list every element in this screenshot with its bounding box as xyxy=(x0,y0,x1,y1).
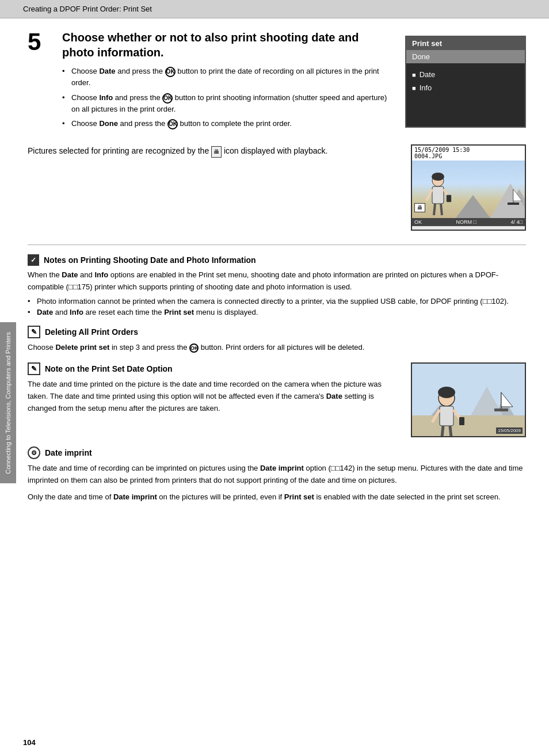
pencil-icon-2: ✎ xyxy=(28,362,40,375)
bullet-info: Choose Info and press the OK button to p… xyxy=(62,92,394,115)
step-bullets: Choose Date and press the OK button to p… xyxy=(62,66,394,129)
svg-line-12 xyxy=(434,204,435,215)
print-set-bold: Print set xyxy=(164,308,194,316)
header-title: Creating a DPOF Print Order: Print Set xyxy=(23,5,152,13)
date-bold-2: Date xyxy=(37,308,53,316)
ok-button-icon-2: OK xyxy=(162,93,173,104)
note-print-set-date-section: ✎ Note on the Print Set Date Option The … xyxy=(28,362,526,437)
note-bullet-usb: Photo information cannot be printed when… xyxy=(28,297,526,306)
bullet-info-bold: Info xyxy=(99,93,113,102)
playback-image-box: 15/05/2009 15:300004.JPG xyxy=(411,144,526,231)
page-number: 104 xyxy=(23,738,36,747)
step-number: 5 xyxy=(28,30,51,54)
step-content: Choose whether or not to also print shoo… xyxy=(62,30,394,133)
camera-menu-date: ■ Date xyxy=(406,68,525,81)
playback-counter: 4/ 4□ xyxy=(511,219,523,225)
date-imprint-bold: Date imprint xyxy=(260,464,304,472)
note-print-set-date-title: ✎ Note on the Print Set Date Option xyxy=(28,362,399,375)
camera-menu-info-label: Info xyxy=(420,83,432,92)
bullet-done: Choose Done and press the OK button to c… xyxy=(62,118,394,129)
step-section: 5 Choose whether or not to also print sh… xyxy=(28,30,526,133)
date-imprint-bold-2: Date imprint xyxy=(113,492,157,501)
note-shooting-date-bullets: Photo information cannot be printed when… xyxy=(28,297,526,316)
gear-icon: ⚙ xyxy=(28,446,40,459)
camera-menu-info: ■ Info xyxy=(406,81,525,94)
bullet-date: Choose Date and press the OK button to p… xyxy=(62,66,394,89)
note-shooting-date-title-text: Notes on Printing Shooting Date and Phot… xyxy=(44,255,256,265)
date-imprint-title-text: Date imprint xyxy=(45,448,92,457)
svg-point-7 xyxy=(432,173,444,181)
svg-rect-29 xyxy=(494,408,508,411)
playback-image-header: 15/05/2009 15:300004.JPG xyxy=(412,146,525,161)
date-watermark: 15/05/2009 xyxy=(496,427,523,434)
print-overlay-icon: 🖶 xyxy=(414,203,425,212)
note-bullet-reset: Date and Info are reset each time the Pr… xyxy=(28,308,526,316)
note-deleting: ✎ Deleting All Print Orders Choose Delet… xyxy=(28,326,526,354)
bullet-done-bold: Done xyxy=(99,119,118,128)
note-print-set-date-title-text: Note on the Print Set Date Option xyxy=(45,364,173,373)
note-icon-checkmark: ✓ xyxy=(28,254,39,266)
note-print-set-date-text: ✎ Note on the Print Set Date Option The … xyxy=(28,362,399,437)
ok-button-icon-1: OK xyxy=(165,67,176,77)
note-deleting-title-text: Deleting All Print Orders xyxy=(45,327,138,337)
pencil-icon: ✎ xyxy=(28,326,40,338)
note-print-set-date-body: The date and time printed on the picture… xyxy=(28,379,399,414)
svg-rect-18 xyxy=(412,415,526,437)
svg-line-26 xyxy=(450,426,451,437)
person-figure xyxy=(424,172,458,218)
date-imprint-body-2: Only the date and time of Date imprint o… xyxy=(28,491,526,503)
camera-menu-date-label: Date xyxy=(420,70,435,79)
bottom-image-box: 15/05/2009 xyxy=(411,362,526,437)
page-container: Creating a DPOF Print Order: Print Set C… xyxy=(0,0,549,756)
playback-text: Pictures selected for printing are recog… xyxy=(28,144,399,158)
print-set-bold-2: Print set xyxy=(284,492,314,501)
camera-ui: Print set Done ■ Date ■ Info xyxy=(405,36,526,128)
svg-point-20 xyxy=(438,387,455,398)
section-divider-1 xyxy=(28,245,526,245)
check-icon-info: ■ xyxy=(412,85,416,91)
mountain-svg xyxy=(456,172,525,218)
header-bar: Creating a DPOF Print Order: Print Set xyxy=(0,0,549,18)
playback-section: Pictures selected for printing are recog… xyxy=(28,144,526,231)
date-bold-3: Date xyxy=(326,392,342,400)
svg-line-25 xyxy=(442,426,443,437)
ok-icon-delete: OK xyxy=(189,343,199,353)
svg-rect-5 xyxy=(508,203,519,205)
date-imprint-section: ⚙ Date imprint The date and time of reco… xyxy=(28,446,526,503)
date-bold-1: Date xyxy=(62,270,78,279)
delete-print-set-bold: Delete print set xyxy=(55,343,109,352)
camera-menu-title: Print set xyxy=(406,37,525,50)
svg-line-9 xyxy=(426,189,432,201)
bottom-mountain-svg xyxy=(412,364,526,437)
step-title: Choose whether or not to also print shoo… xyxy=(62,30,394,60)
note-deleting-body: Choose Delete print set in step 3 and pr… xyxy=(28,342,526,354)
playback-footer: OK NORM □ 4/ 4□ xyxy=(412,218,525,226)
bullet-date-bold: Date xyxy=(99,67,115,75)
camera-menu-done: Done xyxy=(406,50,525,63)
playback-norm-label: NORM □ xyxy=(456,219,476,225)
main-content: 5 Choose whether or not to also print sh… xyxy=(0,18,549,524)
svg-rect-11 xyxy=(447,195,451,202)
side-tab-text: Connecting to Televisions, Computers and… xyxy=(5,332,12,474)
playback-ok-label: OK xyxy=(414,219,422,225)
side-tab: Connecting to Televisions, Computers and… xyxy=(0,322,16,483)
svg-rect-21 xyxy=(440,406,453,426)
playback-scene: 🖶 xyxy=(412,161,525,218)
note-shooting-date: ✓ Notes on Printing Shooting Date and Ph… xyxy=(28,254,526,316)
date-imprint-body: The date and time of recording can be im… xyxy=(28,463,526,487)
info-bold-2: Info xyxy=(70,308,83,316)
ok-button-icon-3: OK xyxy=(167,119,178,129)
camera-menu-divider xyxy=(406,63,525,68)
print-icon: 🖶 xyxy=(211,146,222,158)
check-icon-date: ■ xyxy=(412,71,416,78)
svg-line-13 xyxy=(441,204,442,215)
date-imprint-title: ⚙ Date imprint xyxy=(28,446,526,459)
note-deleting-title: ✎ Deleting All Print Orders xyxy=(28,326,526,338)
svg-rect-8 xyxy=(432,186,444,204)
note-shooting-date-body: When the Date and Info options are enabl… xyxy=(28,269,526,293)
svg-marker-2 xyxy=(456,195,490,218)
info-bold-1: Info xyxy=(94,270,108,279)
bottom-scene: 15/05/2009 xyxy=(412,364,525,436)
camera-menu-padding xyxy=(406,94,525,112)
note-shooting-date-title: ✓ Notes on Printing Shooting Date and Ph… xyxy=(28,254,526,266)
